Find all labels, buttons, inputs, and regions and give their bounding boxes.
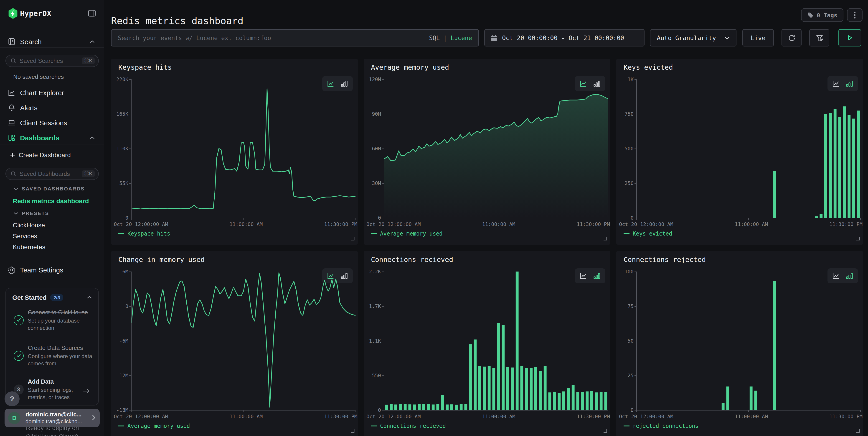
- sidebar-collapse-icon[interactable]: [87, 9, 96, 18]
- page-title: Redis metrics dashboard: [111, 16, 244, 26]
- ready-text-line2: ClickHouse Cloud?: [26, 432, 79, 436]
- tag-icon: [807, 12, 814, 18]
- chart-plot: [384, 271, 608, 410]
- avatar: D: [8, 412, 21, 424]
- time-range-input[interactable]: Oct 20 00:00:00 - Oct 21 00:00:00: [484, 29, 645, 47]
- run-query-button[interactable]: [838, 29, 861, 47]
- bell-icon: [8, 104, 16, 111]
- x-axis-labels: Oct 20 12:00:00 AM11:00:00 AM11:30:00 PM: [619, 222, 863, 227]
- sidebar-item-chart-explorer[interactable]: Chart Explorer: [0, 87, 104, 98]
- legend-label: Average memory used: [127, 423, 190, 429]
- live-button[interactable]: Live: [742, 29, 774, 47]
- legend-label: Average memory used: [380, 231, 443, 237]
- user-account-chip[interactable]: D dominic.tran@clic... dominic.tran@clic…: [5, 409, 100, 427]
- chart-legend: Average memory used: [118, 423, 190, 429]
- get-started-title: Get Started: [12, 294, 46, 301]
- chart-plot: [131, 271, 355, 410]
- kebab-menu-icon: [854, 11, 856, 19]
- presets-heading[interactable]: PRESETS: [14, 210, 49, 216]
- chart-plot: [384, 79, 608, 218]
- chevron-up-icon[interactable]: [87, 296, 92, 299]
- sidebar-item-label: Chart Explorer: [20, 89, 64, 96]
- legend-swatch: [118, 426, 124, 427]
- sidebar-item-dashboards[interactable]: Dashboards: [0, 132, 104, 144]
- time-range-value: Oct 20 00:00:00 - Oct 21 00:00:00: [502, 34, 624, 41]
- tags-button[interactable]: 0 Tags: [801, 8, 843, 22]
- chart-title: Keys evicted: [624, 63, 673, 71]
- legend-label: rejected connections: [633, 423, 699, 429]
- mode-sql[interactable]: SQL: [429, 34, 440, 41]
- chart-title: Change in memory used: [118, 256, 205, 264]
- mode-lucene[interactable]: Lucene: [451, 34, 472, 41]
- granularity-select[interactable]: Auto Granularity: [650, 29, 737, 47]
- saved-dashboards-heading[interactable]: SAVED DASHBOARDS: [14, 186, 85, 191]
- sidebar-item-label: Search: [20, 37, 42, 45]
- sidebar-item-client-sessions[interactable]: Client Sessions: [0, 117, 104, 128]
- create-dashboard-label: Create Dashboard: [19, 151, 71, 158]
- sidebar-item-search[interactable]: Search: [0, 35, 104, 48]
- x-axis-labels: Oct 20 12:00:00 AM11:00:00 AM11:30:00 PM: [114, 414, 357, 419]
- x-axis-labels: Oct 20 12:00:00 AM11:00:00 AM11:30:00 PM: [619, 414, 863, 419]
- more-options-button[interactable]: [847, 8, 863, 22]
- no-saved-searches-text: No saved searches: [13, 74, 64, 80]
- legend-swatch: [624, 426, 629, 427]
- chart-card: Connections rejected 1007550250 Oct 20 1…: [616, 251, 863, 436]
- refresh-button[interactable]: [781, 29, 802, 47]
- step-desc: Start sending logs, metrics, or traces: [28, 386, 86, 401]
- hyperdx-logo-icon: [7, 7, 19, 20]
- resize-handle-icon[interactable]: [351, 429, 354, 433]
- refresh-icon: [788, 34, 796, 42]
- resize-handle-icon[interactable]: [603, 429, 607, 433]
- search-section-icon: [8, 37, 16, 45]
- saved-dashboards-placeholder: Saved Dashboards: [20, 170, 79, 177]
- user-email: dominic.tran@clickho...: [26, 418, 82, 425]
- legend-swatch: [624, 233, 629, 234]
- sidebar-item-kubernetes[interactable]: Kubernetes: [13, 243, 45, 251]
- saved-searches-placeholder: Saved Searches: [20, 57, 79, 64]
- x-axis-labels: Oct 20 12:00:00 AM11:00:00 AM11:30:00 PM: [114, 222, 357, 227]
- mode-divider: |: [443, 34, 447, 41]
- chart-title: Connections recieved: [371, 256, 453, 264]
- chevron-down-icon: [14, 212, 18, 215]
- divider: [0, 48, 104, 48]
- chart-legend: Connections recieved: [371, 423, 446, 429]
- search-icon: [10, 58, 17, 64]
- get-started-step-2[interactable]: Create Data Sources Configure where your…: [9, 344, 95, 368]
- resize-handle-icon[interactable]: [603, 237, 607, 240]
- search-icon: [10, 171, 17, 177]
- legend-label: Keys evicted: [633, 231, 672, 237]
- filter-button[interactable]: [809, 29, 829, 47]
- get-started-step-1[interactable]: Connect to ClickHouse Set up your databa…: [9, 309, 95, 332]
- chart-legend: Keys evicted: [624, 231, 672, 237]
- chart-title: Keyspace hits: [118, 63, 172, 71]
- chart-plot: [131, 79, 355, 218]
- sidebar-item-alerts[interactable]: Alerts: [0, 101, 104, 113]
- legend-label: Connections recieved: [380, 423, 446, 429]
- saved-searches-input[interactable]: Saved Searches ⌘K: [5, 55, 99, 67]
- divider: [0, 144, 104, 144]
- resize-handle-icon[interactable]: [351, 237, 354, 240]
- dashboards-icon: [8, 134, 16, 142]
- shortcut-badge: ⌘K: [82, 170, 95, 177]
- saved-dashboards-input[interactable]: Saved Dashboards ⌘K: [5, 168, 99, 180]
- sidebar-item-label: Alerts: [20, 104, 37, 111]
- main-content: Redis metrics dashboard 0 Tags Search yo…: [104, 0, 868, 436]
- chevron-up-icon[interactable]: [90, 136, 95, 139]
- sidebar-item-redis-dashboard[interactable]: Redis metrics dashboard: [13, 197, 89, 205]
- help-button[interactable]: ?: [5, 391, 20, 406]
- arrow-right-icon: [83, 388, 90, 394]
- search-placeholder: Search your events w/ Lucene ex. column:…: [118, 34, 429, 41]
- chart-card: Average memory used 120M90M60M30M0 Oct 2…: [364, 59, 610, 245]
- get-started-step-3[interactable]: 3 Add Data Start sending logs, metrics, …: [9, 378, 95, 401]
- step-title: Connect to ClickHouse: [28, 309, 95, 316]
- resize-handle-icon[interactable]: [856, 429, 860, 433]
- create-dashboard-button[interactable]: Create Dashboard: [10, 151, 71, 158]
- chart-legend: Average memory used: [371, 231, 443, 237]
- chevron-up-icon[interactable]: [90, 40, 95, 43]
- sidebar-item-team-settings[interactable]: Team Settings: [0, 264, 104, 275]
- resize-handle-icon[interactable]: [856, 237, 860, 240]
- event-search-input[interactable]: Search your events w/ Lucene ex. column:…: [111, 29, 479, 47]
- sidebar-item-clickhouse[interactable]: ClickHouse: [13, 222, 45, 229]
- chart-title: Connections rejected: [624, 256, 706, 264]
- sidebar-item-services[interactable]: Services: [13, 232, 37, 240]
